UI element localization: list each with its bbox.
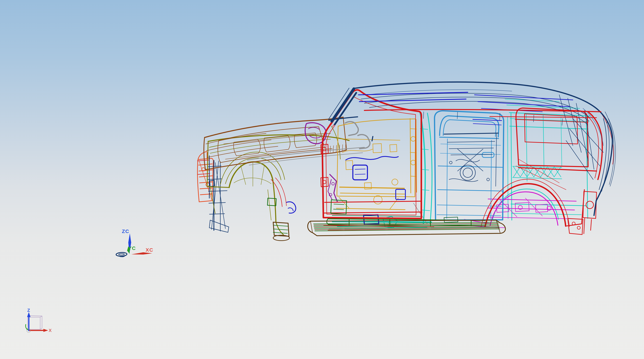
part-front-door-inner[interactable] bbox=[336, 118, 416, 210]
view-z-label: Z bbox=[27, 308, 30, 313]
view-cube-icon bbox=[28, 316, 42, 329]
suv-body-wireframe bbox=[198, 82, 616, 241]
part-a-pillar[interactable] bbox=[328, 88, 378, 141]
wcs-y-label: YC bbox=[128, 245, 136, 251]
wcs-origin-glyph bbox=[116, 252, 127, 257]
cad-graphics-window[interactable]: ZC YC XC Z X bbox=[0, 0, 644, 359]
part-rear-door-bows[interactable] bbox=[473, 119, 502, 125]
part-b-pillar[interactable] bbox=[332, 112, 432, 228]
part-rear-door-internals[interactable] bbox=[444, 133, 498, 186]
wcs-z-label: ZC bbox=[122, 228, 129, 234]
model-view: ZC YC XC Z X bbox=[0, 0, 644, 359]
part-cant-rail[interactable] bbox=[364, 110, 601, 118]
view-x-label: X bbox=[49, 328, 52, 333]
part-front-fascia[interactable] bbox=[198, 152, 213, 202]
wcs-triad[interactable]: ZC YC XC bbox=[116, 228, 153, 257]
part-running-board[interactable] bbox=[273, 220, 505, 241]
view-orientation-triad[interactable]: Z X bbox=[26, 308, 52, 333]
wcs-x-label: XC bbox=[146, 247, 153, 253]
view-y-axis-arrow[interactable] bbox=[26, 325, 28, 330]
